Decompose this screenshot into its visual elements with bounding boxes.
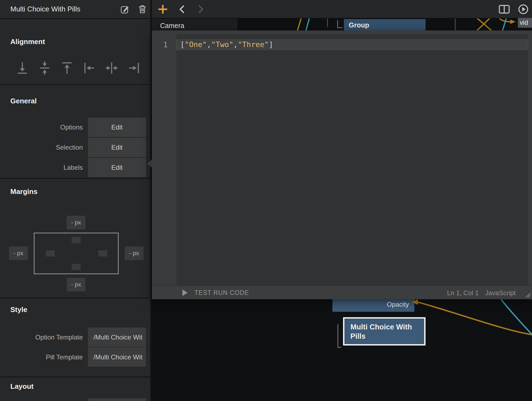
labels-row: Labels Edit <box>0 158 150 177</box>
node-opacity[interactable]: Opacity <box>332 299 414 312</box>
labels-edit-button[interactable]: Edit <box>88 158 146 177</box>
pill-template-value[interactable]: /Multi Choice Wit <box>88 347 146 367</box>
options-label: Options <box>60 124 83 131</box>
add-node-icon[interactable] <box>157 0 169 18</box>
align-right-icon[interactable] <box>128 60 140 76</box>
section-margins: Margins - px - px - px - px <box>0 179 150 298</box>
resize-grip[interactable] <box>525 293 530 298</box>
run-preview-icon[interactable] <box>516 0 530 18</box>
section-alignment: Alignment <box>0 19 150 84</box>
alignment-heading: Alignment <box>10 38 45 46</box>
top-toolbar <box>152 0 532 18</box>
multi-choice-child-connector <box>338 324 341 347</box>
app-window: Multi Choice With Pills Alignment <box>0 0 532 401</box>
section-general: General Options Edit Selection Edit Labe… <box>0 85 150 178</box>
option-template-row: Option Template /Multi Choice Wit <box>0 328 150 347</box>
margin-right-input[interactable]: - px <box>125 246 143 260</box>
margins-heading: Margins <box>10 187 38 196</box>
align-top-icon[interactable] <box>61 60 73 76</box>
margins-box-diagram <box>34 233 119 274</box>
sidebar-header: Multi Choice With Pills <box>0 0 150 18</box>
section-style: Style Option Template /Multi Choice Wit … <box>0 298 150 377</box>
padding-right-handle[interactable] <box>98 250 107 257</box>
node-video[interactable]: vid <box>518 18 532 28</box>
properties-sidebar: Multi Choice With Pills Alignment <box>0 0 152 401</box>
history-back-icon[interactable] <box>176 0 188 18</box>
selection-label: Selection <box>56 144 83 151</box>
pill-template-label: Pill Template <box>46 353 83 361</box>
section-layout: Layout <box>0 377 150 401</box>
rename-icon[interactable] <box>121 4 129 14</box>
layout-heading: Layout <box>10 382 33 391</box>
node-group[interactable]: Group <box>344 19 426 32</box>
language-status: JavaScript <box>485 289 516 297</box>
align-horizontal-center-icon[interactable] <box>106 60 118 76</box>
margin-top-input[interactable]: - px <box>67 216 85 229</box>
layout-partial-button[interactable] <box>88 398 146 401</box>
cursor-position-status: Ln 1, Col 1 <box>447 289 479 297</box>
general-heading: General <box>10 97 37 105</box>
alignment-buttons <box>16 60 144 76</box>
selection-row: Selection Edit <box>0 138 150 157</box>
labels-label: Labels <box>63 164 83 171</box>
margin-bottom-input[interactable]: - px <box>67 278 85 291</box>
code-editor-area[interactable] <box>176 34 528 285</box>
padding-bottom-handle[interactable] <box>72 264 81 270</box>
margin-left-input[interactable]: - px <box>9 246 28 260</box>
align-bottom-icon[interactable] <box>16 60 28 76</box>
delete-icon[interactable] <box>138 4 147 14</box>
selected-node-title: Multi Choice With Pills <box>10 5 80 13</box>
editor-footer-bar: TEST RUN CODE Ln 1, Col 1 JavaScript <box>152 285 532 299</box>
node-camera[interactable]: Camera <box>152 18 237 31</box>
run-play-icon <box>182 289 188 296</box>
pill-template-row: Pill Template /Multi Choice Wit <box>0 347 150 367</box>
align-vertical-center-icon[interactable] <box>39 60 51 76</box>
code-line-content[interactable]: ["One","Two","Three"] <box>180 40 273 49</box>
group-child-connector <box>338 20 343 28</box>
code-editor-popup: 1 ["One","Two","Three"] TEST RUN CODE Ln… <box>152 30 532 299</box>
line-number: 1 <box>160 41 171 49</box>
padding-left-handle[interactable] <box>46 250 55 257</box>
split-view-icon[interactable] <box>498 0 511 18</box>
options-edit-button[interactable]: Edit <box>88 118 146 137</box>
selection-edit-button[interactable]: Edit <box>88 138 146 157</box>
align-left-icon[interactable] <box>83 60 95 76</box>
style-heading: Style <box>10 306 27 314</box>
option-template-value[interactable]: /Multi Choice Wit <box>88 328 146 347</box>
padding-top-handle[interactable] <box>72 237 81 243</box>
test-run-code-button[interactable]: TEST RUN CODE <box>182 286 249 300</box>
node-multi-choice-with-pills-selected[interactable]: Multi Choice With Pills <box>343 317 426 346</box>
editor-anchor-arrow <box>147 159 152 168</box>
option-template-label: Option Template <box>35 334 83 341</box>
history-forward-icon[interactable] <box>195 0 207 18</box>
options-row: Options Edit <box>0 118 150 137</box>
